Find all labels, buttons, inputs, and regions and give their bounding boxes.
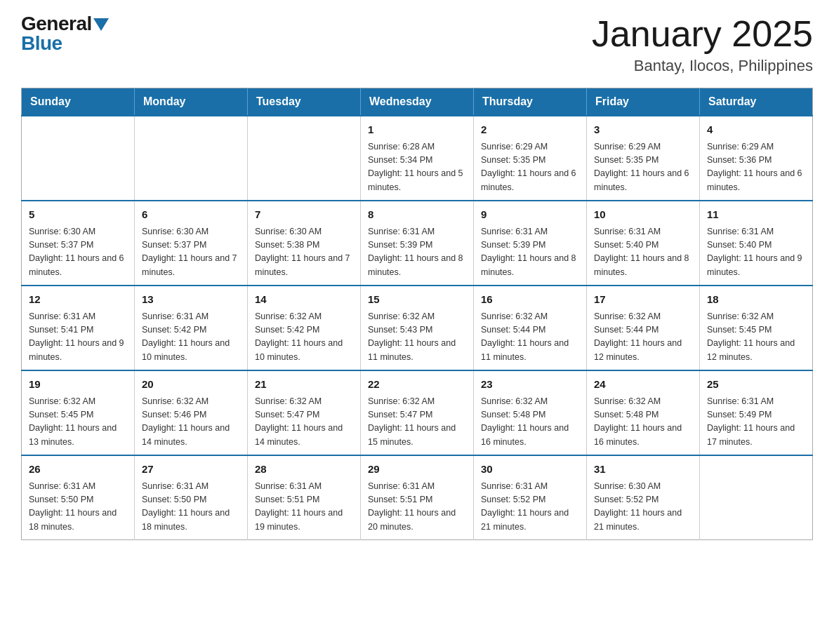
calendar-week-row: 1Sunrise: 6:28 AM Sunset: 5:34 PM Daylig… [22,116,813,201]
day-number: 29 [368,462,466,478]
day-number: 14 [255,292,353,308]
calendar-day-5: 5Sunrise: 6:30 AM Sunset: 5:37 PM Daylig… [22,201,135,286]
day-number: 17 [594,292,692,308]
logo-general-text: General [21,14,92,34]
calendar-day-20: 20Sunrise: 6:32 AM Sunset: 5:46 PM Dayli… [135,370,248,455]
calendar-day-10: 10Sunrise: 6:31 AM Sunset: 5:40 PM Dayli… [587,201,700,286]
logo: General Blue [21,14,109,53]
calendar-day-28: 28Sunrise: 6:31 AM Sunset: 5:51 PM Dayli… [248,455,361,540]
day-info: Sunrise: 6:31 AM Sunset: 5:39 PM Dayligh… [368,227,463,277]
title-block: January 2025 Bantay, Ilocos, Philippines [592,14,813,75]
calendar-day-19: 19Sunrise: 6:32 AM Sunset: 5:45 PM Dayli… [22,370,135,455]
day-number: 8 [368,207,466,223]
calendar-day-4: 4Sunrise: 6:29 AM Sunset: 5:36 PM Daylig… [700,116,813,201]
day-number: 26 [29,462,127,478]
calendar-header-sunday: Sunday [22,88,135,116]
day-number: 21 [255,377,353,393]
logo-triangle-icon [93,18,109,31]
calendar-empty-cell [22,116,135,201]
day-info: Sunrise: 6:32 AM Sunset: 5:47 PM Dayligh… [255,396,343,447]
calendar-body: 1Sunrise: 6:28 AM Sunset: 5:34 PM Daylig… [22,116,813,540]
day-number: 31 [594,462,692,478]
calendar-day-2: 2Sunrise: 6:29 AM Sunset: 5:35 PM Daylig… [474,116,587,201]
day-info: Sunrise: 6:30 AM Sunset: 5:37 PM Dayligh… [142,227,237,277]
calendar-day-16: 16Sunrise: 6:32 AM Sunset: 5:44 PM Dayli… [474,286,587,370]
day-info: Sunrise: 6:31 AM Sunset: 5:51 PM Dayligh… [368,481,456,532]
day-info: Sunrise: 6:28 AM Sunset: 5:34 PM Dayligh… [368,142,463,192]
calendar-day-27: 27Sunrise: 6:31 AM Sunset: 5:50 PM Dayli… [135,455,248,540]
calendar-header-thursday: Thursday [474,88,587,116]
day-info: Sunrise: 6:32 AM Sunset: 5:47 PM Dayligh… [368,396,456,447]
calendar-header-saturday: Saturday [700,88,813,116]
day-info: Sunrise: 6:32 AM Sunset: 5:42 PM Dayligh… [255,311,343,362]
calendar-day-22: 22Sunrise: 6:32 AM Sunset: 5:47 PM Dayli… [361,370,474,455]
day-number: 13 [142,292,240,308]
calendar-header-friday: Friday [587,88,700,116]
day-info: Sunrise: 6:31 AM Sunset: 5:40 PM Dayligh… [707,227,802,277]
calendar-day-29: 29Sunrise: 6:31 AM Sunset: 5:51 PM Dayli… [361,455,474,540]
calendar-day-6: 6Sunrise: 6:30 AM Sunset: 5:37 PM Daylig… [135,201,248,286]
day-info: Sunrise: 6:29 AM Sunset: 5:36 PM Dayligh… [707,142,802,192]
day-info: Sunrise: 6:31 AM Sunset: 5:49 PM Dayligh… [707,396,795,447]
day-number: 7 [255,207,353,223]
calendar-day-30: 30Sunrise: 6:31 AM Sunset: 5:52 PM Dayli… [474,455,587,540]
day-info: Sunrise: 6:32 AM Sunset: 5:48 PM Dayligh… [481,396,569,447]
calendar-day-25: 25Sunrise: 6:31 AM Sunset: 5:49 PM Dayli… [700,370,813,455]
day-number: 5 [29,207,127,223]
day-info: Sunrise: 6:31 AM Sunset: 5:42 PM Dayligh… [142,311,230,362]
calendar-day-31: 31Sunrise: 6:30 AM Sunset: 5:52 PM Dayli… [587,455,700,540]
calendar-day-13: 13Sunrise: 6:31 AM Sunset: 5:42 PM Dayli… [135,286,248,370]
calendar-day-18: 18Sunrise: 6:32 AM Sunset: 5:45 PM Dayli… [700,286,813,370]
day-info: Sunrise: 6:29 AM Sunset: 5:35 PM Dayligh… [481,142,576,192]
day-info: Sunrise: 6:31 AM Sunset: 5:50 PM Dayligh… [142,481,230,532]
calendar-header-monday: Monday [135,88,248,116]
day-number: 24 [594,377,692,393]
day-number: 30 [481,462,579,478]
svg-marker-0 [93,18,109,31]
page-subtitle: Bantay, Ilocos, Philippines [592,57,813,75]
day-info: Sunrise: 6:30 AM Sunset: 5:52 PM Dayligh… [594,481,682,532]
calendar-day-9: 9Sunrise: 6:31 AM Sunset: 5:39 PM Daylig… [474,201,587,286]
day-number: 18 [707,292,805,308]
day-info: Sunrise: 6:31 AM Sunset: 5:51 PM Dayligh… [255,481,343,532]
calendar-day-26: 26Sunrise: 6:31 AM Sunset: 5:50 PM Dayli… [22,455,135,540]
day-number: 10 [594,207,692,223]
calendar-week-row: 5Sunrise: 6:30 AM Sunset: 5:37 PM Daylig… [22,201,813,286]
day-info: Sunrise: 6:31 AM Sunset: 5:40 PM Dayligh… [594,227,689,277]
day-number: 6 [142,207,240,223]
day-number: 22 [368,377,466,393]
day-number: 11 [707,207,805,223]
logo-blue-text: Blue [21,34,62,53]
day-number: 9 [481,207,579,223]
day-info: Sunrise: 6:31 AM Sunset: 5:52 PM Dayligh… [481,481,569,532]
day-info: Sunrise: 6:32 AM Sunset: 5:46 PM Dayligh… [142,396,230,447]
day-info: Sunrise: 6:30 AM Sunset: 5:37 PM Dayligh… [29,227,124,277]
day-number: 27 [142,462,240,478]
calendar-day-3: 3Sunrise: 6:29 AM Sunset: 5:35 PM Daylig… [587,116,700,201]
calendar-day-14: 14Sunrise: 6:32 AM Sunset: 5:42 PM Dayli… [248,286,361,370]
day-number: 19 [29,377,127,393]
day-info: Sunrise: 6:31 AM Sunset: 5:41 PM Dayligh… [29,311,124,362]
calendar-week-row: 12Sunrise: 6:31 AM Sunset: 5:41 PM Dayli… [22,286,813,370]
calendar-day-23: 23Sunrise: 6:32 AM Sunset: 5:48 PM Dayli… [474,370,587,455]
calendar-day-12: 12Sunrise: 6:31 AM Sunset: 5:41 PM Dayli… [22,286,135,370]
day-info: Sunrise: 6:30 AM Sunset: 5:38 PM Dayligh… [255,227,350,277]
day-info: Sunrise: 6:31 AM Sunset: 5:39 PM Dayligh… [481,227,576,277]
day-number: 20 [142,377,240,393]
calendar-day-11: 11Sunrise: 6:31 AM Sunset: 5:40 PM Dayli… [700,201,813,286]
day-info: Sunrise: 6:32 AM Sunset: 5:45 PM Dayligh… [29,396,117,447]
day-number: 25 [707,377,805,393]
day-info: Sunrise: 6:32 AM Sunset: 5:45 PM Dayligh… [707,311,795,362]
calendar-day-21: 21Sunrise: 6:32 AM Sunset: 5:47 PM Dayli… [248,370,361,455]
calendar-empty-cell [700,455,813,540]
calendar-empty-cell [248,116,361,201]
calendar-day-24: 24Sunrise: 6:32 AM Sunset: 5:48 PM Dayli… [587,370,700,455]
day-number: 2 [481,122,579,138]
day-number: 23 [481,377,579,393]
calendar-header-wednesday: Wednesday [361,88,474,116]
day-number: 16 [481,292,579,308]
calendar-week-row: 26Sunrise: 6:31 AM Sunset: 5:50 PM Dayli… [22,455,813,540]
page-title: January 2025 [592,14,813,54]
calendar-day-17: 17Sunrise: 6:32 AM Sunset: 5:44 PM Dayli… [587,286,700,370]
day-number: 4 [707,122,805,138]
